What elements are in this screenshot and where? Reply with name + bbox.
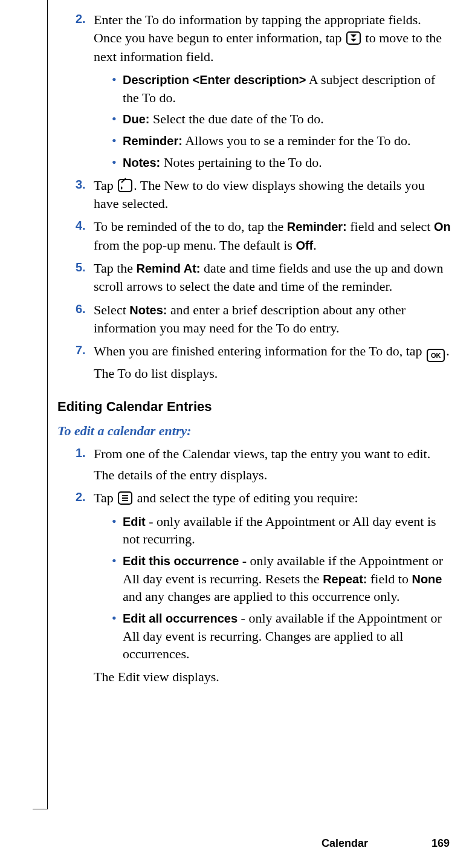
bullet-edit-all-occurrences: Edit all occurrences - only available if…	[112, 609, 451, 663]
step-6: 6. Select Notes: and enter a brief descr…	[57, 301, 451, 343]
ui-label: Notes:	[123, 156, 160, 169]
step-text: The To do list displays.	[94, 364, 451, 383]
edit-step-2: 2. Tap and select the type of editing yo…	[57, 489, 451, 512]
ui-label: Remind At:	[137, 262, 201, 275]
bullet-text: - only available if the Appointment or A…	[123, 514, 436, 547]
step-body: To be reminded of the to do, tap the Rem…	[94, 218, 451, 254]
edit-step-2-outro: The Edit view displays.	[94, 668, 451, 686]
step-2: 2. Enter the To do information by tappin…	[57, 11, 451, 71]
step-body: Tap and select the type of editing you r…	[94, 489, 451, 507]
step-number: 5.	[76, 259, 94, 276]
footer-section: Calendar	[322, 837, 368, 849]
step-text: and select the type of editing you requi…	[137, 490, 358, 505]
step-number: 7.	[76, 342, 94, 359]
step-5: 5. Tap the Remind At: date and time fiel…	[57, 259, 451, 301]
page-footer: Calendar 169	[0, 837, 450, 850]
step-body: Select Notes: and enter a brief descript…	[94, 301, 451, 338]
ui-label: Reminder:	[287, 220, 347, 233]
step-3: 3. Tap . The New to do view displays sho…	[57, 177, 451, 218]
task-heading-edit-entry: To edit a calendar entry:	[57, 422, 451, 440]
ui-label: Off	[296, 239, 313, 252]
section-heading-editing: Editing Calendar Entries	[57, 398, 451, 416]
step-number: 2.	[76, 489, 94, 506]
step-body: Tap the Remind At: date and time fields …	[94, 259, 451, 296]
step-number: 4.	[76, 218, 94, 235]
bullet-text: and any changes are applied to this occu…	[123, 589, 400, 604]
step-body: From one of the Calendar views, tap the …	[94, 445, 451, 484]
step-number: 3.	[76, 177, 94, 193]
step-text: field and select	[350, 219, 434, 234]
footer-page-number: 169	[431, 837, 450, 849]
page-binding-rule	[47, 0, 48, 809]
bullet-text: Notes pertaining to the To do.	[164, 155, 322, 170]
ui-label: Edit	[123, 515, 146, 528]
ui-label: Notes:	[129, 303, 167, 317]
step-body: Tap . The New to do view displays showin…	[94, 177, 451, 213]
bullet-description: Description <Enter description> A subjec…	[112, 71, 451, 106]
bullet-text: field to	[370, 571, 412, 586]
step-text: .	[446, 343, 450, 358]
step-4: 4. To be reminded of the to do, tap the …	[57, 218, 451, 259]
ui-label: Repeat:	[323, 572, 367, 586]
manual-page: 2. Enter the To do information by tappin…	[0, 0, 475, 868]
bullet-due: Due: Select the due date of the To do.	[112, 110, 451, 128]
step-text: . The New to do view displays showing th…	[94, 178, 425, 211]
bullet-reminder: Reminder: Allows you to se a reminder fo…	[112, 132, 451, 150]
bullet-edit: Edit - only available if the Appointment…	[112, 513, 451, 548]
ui-label: Edit this occurrence	[123, 554, 239, 568]
step-text: Tap the	[94, 261, 137, 276]
step-text: Select	[94, 302, 129, 317]
step-body: When you are finished entering informati…	[94, 342, 451, 383]
ui-label: Description <Enter description>	[123, 73, 306, 86]
bullet-text: Select the due date of the To do.	[153, 111, 324, 126]
step-number: 1.	[76, 445, 94, 462]
ok-icon: OK	[427, 349, 445, 362]
step-text: Tap	[94, 490, 117, 505]
step-body: Enter the To do information by tapping t…	[94, 11, 451, 66]
ui-label: On	[434, 220, 451, 233]
next-field-icon	[346, 31, 361, 45]
ui-label: Edit all occurrences	[123, 612, 238, 625]
step-7: 7. When you are finished entering inform…	[57, 342, 451, 387]
step-2-sublist: Description <Enter description> A subjec…	[112, 71, 451, 171]
step-number: 2.	[76, 11, 94, 28]
pen-icon	[118, 179, 132, 192]
ui-label: Due:	[123, 112, 149, 126]
ui-label: None	[412, 572, 442, 586]
step-text: Tap	[94, 178, 117, 193]
bullet-notes: Notes: Notes pertaining to the To do.	[112, 154, 451, 172]
menu-icon	[118, 491, 132, 505]
page-content: 2. Enter the To do information by tappin…	[57, 11, 451, 691]
edit-step-1: 1. From one of the Calendar views, tap t…	[57, 445, 451, 489]
step-number: 6.	[76, 301, 94, 318]
edit-step-2-sublist: Edit - only available if the Appointment…	[112, 513, 451, 664]
step-text: From one of the Calendar views, tap the …	[94, 445, 451, 463]
bullet-text: Allows you to se a reminder for the To d…	[185, 133, 410, 148]
step-text: from the pop-up menu. The default is	[94, 238, 296, 253]
bullet-edit-this-occurrence: Edit this occurrence - only available if…	[112, 552, 451, 606]
step-text: .	[313, 238, 317, 253]
step-text: To be reminded of the to do, tap the	[94, 219, 287, 234]
step-text: The details of the entry displays.	[94, 466, 451, 484]
step-text: When you are finished entering informati…	[94, 343, 425, 358]
ui-label: Reminder:	[123, 134, 183, 147]
step-text: The Edit view displays.	[94, 669, 219, 684]
